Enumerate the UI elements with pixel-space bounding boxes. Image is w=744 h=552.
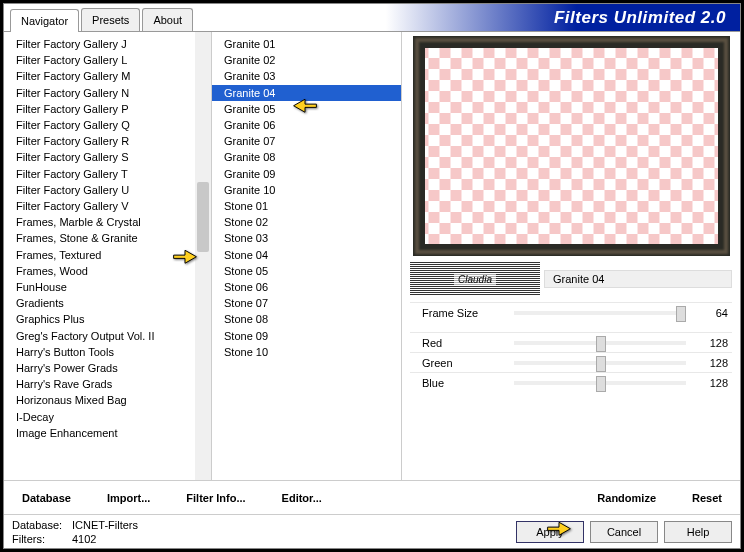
category-item[interactable]: Harry's Power Grads bbox=[4, 360, 211, 376]
preview-image bbox=[413, 36, 730, 256]
db-label: Database: bbox=[12, 518, 72, 532]
filter-list[interactable]: Granite 01Granite 02Granite 03Granite 04… bbox=[212, 32, 402, 480]
preview-panel: Claudia Granite 04 Frame Size 64 Red 128… bbox=[402, 32, 740, 480]
category-item[interactable]: Frames, Textured bbox=[4, 247, 211, 263]
category-item[interactable]: Filter Factory Gallery J bbox=[4, 36, 211, 52]
category-item[interactable]: Frames, Stone & Granite bbox=[4, 230, 211, 246]
filter-item[interactable]: Stone 06 bbox=[212, 279, 401, 295]
slider-frame-size[interactable] bbox=[514, 311, 686, 315]
watermark-text: Claudia bbox=[454, 274, 496, 285]
filter-item[interactable]: Stone 01 bbox=[212, 198, 401, 214]
category-item[interactable]: Frames, Wood bbox=[4, 263, 211, 279]
filters-label: Filters: bbox=[12, 532, 72, 546]
scroll-thumb[interactable] bbox=[197, 182, 209, 252]
filter-item[interactable]: Stone 08 bbox=[212, 311, 401, 327]
category-item[interactable]: Filter Factory Gallery M bbox=[4, 68, 211, 84]
watermark: Claudia bbox=[410, 262, 540, 296]
filter-item[interactable]: Granite 03 bbox=[212, 68, 401, 84]
category-item[interactable]: FunHouse bbox=[4, 279, 211, 295]
filter-item[interactable]: Stone 09 bbox=[212, 328, 401, 344]
status-row: Database:ICNET-Filters Filters:4102 Appl… bbox=[4, 514, 740, 548]
tab-strip: Navigator Presets About bbox=[4, 4, 195, 31]
filter-item[interactable]: Granite 06 bbox=[212, 117, 401, 133]
editor-button[interactable]: Editor... bbox=[264, 492, 340, 504]
cancel-button[interactable]: Cancel bbox=[590, 521, 658, 543]
category-item[interactable]: Filter Factory Gallery L bbox=[4, 52, 211, 68]
status-text: Database:ICNET-Filters Filters:4102 bbox=[12, 518, 138, 546]
category-list[interactable]: Filter Factory Gallery JFilter Factory G… bbox=[4, 32, 212, 480]
bottom-button-row: Database Import... Filter Info... Editor… bbox=[4, 480, 740, 514]
filter-item[interactable]: Granite 05 bbox=[212, 101, 401, 117]
slider-green[interactable] bbox=[514, 361, 686, 365]
category-item[interactable]: Image Enhancement bbox=[4, 425, 211, 441]
title-bar: Filters Unlimited 2.0 bbox=[195, 4, 740, 31]
param-value: 128 bbox=[698, 337, 728, 349]
slider-red[interactable] bbox=[514, 341, 686, 345]
category-item[interactable]: Harry's Rave Grads bbox=[4, 376, 211, 392]
category-item[interactable]: Filter Factory Gallery V bbox=[4, 198, 211, 214]
app-window: Navigator Presets About Filters Unlimite… bbox=[3, 3, 741, 549]
param-label: Green bbox=[422, 357, 502, 369]
filters-value: 4102 bbox=[72, 533, 96, 545]
category-item[interactable]: Filter Factory Gallery N bbox=[4, 85, 211, 101]
filter-item[interactable]: Stone 03 bbox=[212, 230, 401, 246]
filter-item[interactable]: Granite 01 bbox=[212, 36, 401, 52]
category-item[interactable]: Filter Factory Gallery S bbox=[4, 149, 211, 165]
category-item[interactable]: Filter Factory Gallery Q bbox=[4, 117, 211, 133]
category-item[interactable]: I-Decay bbox=[4, 409, 211, 425]
category-item[interactable]: Horizonaus Mixed Bag bbox=[4, 392, 211, 408]
slider-blue[interactable] bbox=[514, 381, 686, 385]
main-body: Filter Factory Gallery JFilter Factory G… bbox=[4, 32, 740, 480]
category-item[interactable]: Harry's Button Tools bbox=[4, 344, 211, 360]
action-buttons: Apply Cancel Help bbox=[516, 521, 732, 543]
param-blue: Blue 128 bbox=[410, 372, 732, 392]
filter-item[interactable]: Stone 10 bbox=[212, 344, 401, 360]
category-item[interactable]: Filter Factory Gallery R bbox=[4, 133, 211, 149]
tab-navigator[interactable]: Navigator bbox=[10, 9, 79, 32]
header: Navigator Presets About Filters Unlimite… bbox=[4, 4, 740, 32]
filter-item[interactable]: Granite 09 bbox=[212, 166, 401, 182]
param-value: 128 bbox=[698, 377, 728, 389]
filter-item[interactable]: Granite 07 bbox=[212, 133, 401, 149]
category-item[interactable]: Filter Factory Gallery P bbox=[4, 101, 211, 117]
current-filter-name: Granite 04 bbox=[544, 270, 732, 288]
db-value: ICNET-Filters bbox=[72, 519, 138, 531]
filter-item[interactable]: Stone 05 bbox=[212, 263, 401, 279]
param-frame-size: Frame Size 64 bbox=[410, 302, 732, 322]
category-item[interactable]: Frames, Marble & Crystal bbox=[4, 214, 211, 230]
app-title: Filters Unlimited 2.0 bbox=[554, 8, 726, 28]
filter-item[interactable]: Stone 04 bbox=[212, 247, 401, 263]
scrollbar[interactable] bbox=[195, 32, 211, 480]
param-label: Red bbox=[422, 337, 502, 349]
filter-item[interactable]: Stone 02 bbox=[212, 214, 401, 230]
category-item[interactable]: Filter Factory Gallery U bbox=[4, 182, 211, 198]
database-button[interactable]: Database bbox=[4, 492, 89, 504]
tab-about[interactable]: About bbox=[142, 8, 193, 31]
filter-info-button[interactable]: Filter Info... bbox=[168, 492, 263, 504]
param-green: Green 128 bbox=[410, 352, 732, 372]
tab-presets[interactable]: Presets bbox=[81, 8, 140, 31]
filter-item[interactable]: Stone 07 bbox=[212, 295, 401, 311]
param-value: 128 bbox=[698, 357, 728, 369]
filter-item[interactable]: Granite 02 bbox=[212, 52, 401, 68]
reset-button[interactable]: Reset bbox=[674, 492, 740, 504]
category-item[interactable]: Filter Factory Gallery T bbox=[4, 166, 211, 182]
randomize-button[interactable]: Randomize bbox=[579, 492, 674, 504]
category-item[interactable]: Greg's Factory Output Vol. II bbox=[4, 328, 211, 344]
param-value: 64 bbox=[698, 307, 728, 319]
param-label: Frame Size bbox=[422, 307, 502, 319]
filter-item[interactable]: Granite 10 bbox=[212, 182, 401, 198]
filter-item[interactable]: Granite 04 bbox=[212, 85, 401, 101]
filter-name-row: Claudia Granite 04 bbox=[410, 262, 732, 296]
param-red: Red 128 bbox=[410, 332, 732, 352]
category-item[interactable]: Graphics Plus bbox=[4, 311, 211, 327]
filter-item[interactable]: Granite 08 bbox=[212, 149, 401, 165]
import-button[interactable]: Import... bbox=[89, 492, 168, 504]
help-button[interactable]: Help bbox=[664, 521, 732, 543]
param-label: Blue bbox=[422, 377, 502, 389]
category-item[interactable]: Gradients bbox=[4, 295, 211, 311]
apply-button[interactable]: Apply bbox=[516, 521, 584, 543]
